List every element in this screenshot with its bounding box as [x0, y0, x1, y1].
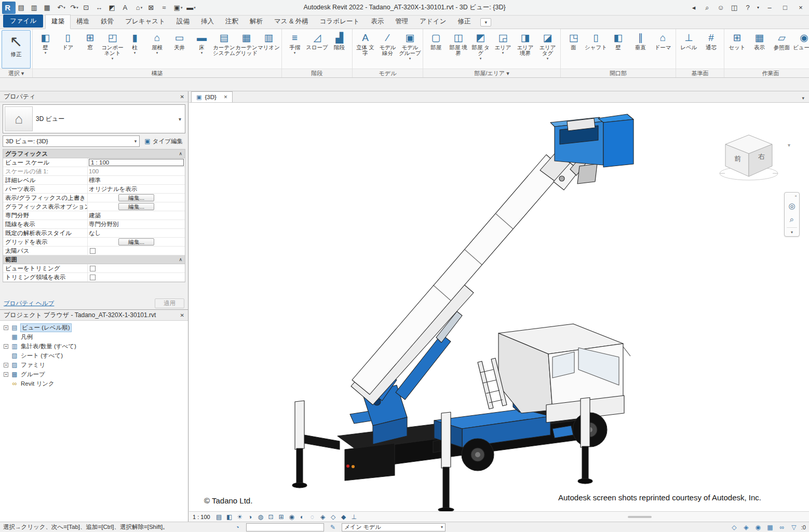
property-value[interactable]: ∧	[178, 149, 185, 158]
property-row[interactable]: ビューをトリミング ∧	[3, 264, 185, 273]
type-selector[interactable]: ⌂ 3D ビュー ▾	[3, 104, 185, 133]
view-tab-list-caret-icon[interactable]: ▾	[797, 96, 809, 102]
ribbon-tool[interactable]: ◫ 部屋 境界 ▾	[447, 30, 469, 69]
collapse-icon[interactable]: ◂	[687, 2, 700, 13]
close-view-icon[interactable]: ✕	[224, 94, 228, 100]
ribbon-tab[interactable]: ファイル	[3, 15, 43, 28]
view-control-icon[interactable]: ◇	[329, 512, 338, 521]
ribbon-tool[interactable]: ◿ スロープ ▾	[306, 30, 328, 69]
ribbon-tab[interactable]: 鉄骨	[95, 15, 119, 29]
qat-icon[interactable]: ↷ ▾	[68, 2, 80, 13]
ribbon-tab[interactable]: アドイン	[414, 15, 452, 29]
properties-header[interactable]: プロパティ ✕	[0, 91, 188, 102]
ribbon-tool[interactable]: ▤ カーテン システム ▾	[213, 30, 235, 69]
search-icon[interactable]: ⌕	[701, 2, 713, 13]
exclude-options-icon[interactable]: ◇	[730, 523, 739, 531]
qat-icon[interactable]: ▤ ▾	[16, 2, 29, 13]
view-cube[interactable]: 前 右	[719, 129, 786, 185]
design-option-box[interactable]	[246, 523, 324, 531]
edit-type-button[interactable]: ▣ タイプ編集	[142, 135, 185, 147]
ribbon-tool[interactable]: ▢ 部屋 ▾	[425, 30, 447, 69]
ribbon-tool[interactable]: ⊥ レベル ▾	[678, 30, 700, 69]
ribbon-tab[interactable]: 設備	[171, 15, 195, 29]
qat-icon[interactable]: ◩ ▾	[107, 2, 119, 13]
expand-icon[interactable]: +	[4, 363, 8, 367]
qat-icon[interactable]: ▥ ▾	[29, 2, 42, 13]
ribbon-tool[interactable]: ▭ 天井 ▾	[168, 30, 191, 69]
view-control-icon[interactable]: ☀	[235, 512, 245, 521]
help-caret-icon[interactable]: ▾	[755, 2, 761, 13]
pin-icon[interactable]: ◉	[753, 523, 763, 531]
property-row[interactable]: 既定の解析表示スタイル なし ∧	[3, 229, 185, 238]
collapse-chevron-icon[interactable]: ∧	[179, 257, 184, 262]
property-value[interactable]: ∧	[178, 255, 185, 264]
worksharing-status-icon[interactable]: ◔	[233, 523, 242, 531]
property-row[interactable]: 専門分野 建築 ∧	[3, 211, 185, 220]
view-control-icon[interactable]: ◑	[246, 512, 255, 521]
expand-icon[interactable]: +	[4, 344, 8, 349]
ribbon-tool[interactable]: ▦ カーテン グリッド ▾	[235, 30, 258, 69]
tree-item[interactable]: + ∞ Revit リンク	[0, 379, 188, 388]
ribbon-tool[interactable]: ▬ 床 ▾	[191, 30, 213, 69]
ribbon-tool[interactable]: ◧ 壁 ▾	[34, 30, 57, 69]
ribbon-tab[interactable]: プレキャスト	[119, 15, 171, 29]
property-value[interactable]: ∧	[88, 247, 185, 255]
collapse-chevron-icon[interactable]: ∧	[179, 151, 184, 156]
maximize-button[interactable]: □	[778, 2, 792, 14]
property-value[interactable]: なし ∧	[88, 229, 185, 237]
property-row[interactable]: ビュー スケール 1 : 100 ∧	[3, 158, 185, 167]
property-row[interactable]: 表示/グラフィックスの上書き 編集... ∧	[3, 194, 185, 202]
property-row[interactable]: 詳細レベル 標準 ∧	[3, 176, 185, 185]
ribbon-tool[interactable]: ▟ 階段 ▾	[328, 30, 350, 69]
qat-icon[interactable]: ↶ ▾	[55, 2, 68, 13]
checkbox[interactable]	[90, 248, 96, 254]
checkbox[interactable]	[90, 275, 96, 280]
qat-icon[interactable]: ▬ ▾	[185, 2, 197, 13]
panel-label-stairs[interactable]: 階段	[282, 69, 352, 77]
ribbon-tool[interactable]: ▱ 参照面 ▾	[771, 30, 793, 69]
property-value[interactable]: 1 : 100 ∧	[88, 158, 185, 167]
qat-icon[interactable]: ▣ ▾	[172, 2, 184, 13]
tree-item[interactable]: + ▦ 凡例	[0, 332, 188, 342]
view-control-icon[interactable]: ◈	[318, 512, 328, 521]
active-model-select[interactable]: メイン モデル ▾	[342, 523, 446, 531]
ribbon-tool[interactable]: ◩ 部屋 タグ ▾	[469, 30, 492, 69]
panel-label-room-area[interactable]: 部屋/エリア ▾	[423, 69, 560, 77]
ribbon-tool[interactable]: ◧ 壁 ▾	[607, 30, 629, 69]
ribbon-tab[interactable]: マス & 外構	[268, 15, 314, 29]
ribbon-tab[interactable]: 建築	[45, 15, 71, 29]
3d-model-tadano-truck[interactable]	[189, 103, 809, 511]
ribbon-tool[interactable]: ◨ エリア 境界 ▾	[514, 30, 536, 69]
tree-item[interactable]: + ▥ 集計表/数量 (すべて)	[0, 342, 188, 351]
ribbon-tool[interactable]: # 通芯 ▾	[700, 30, 722, 69]
ribbon-tool[interactable]: ▮ 柱 ▾	[124, 30, 146, 69]
property-row[interactable]: トリミング領域を表示 ∧	[3, 273, 185, 282]
ribbon-tab[interactable]: 管理	[389, 15, 414, 29]
apply-button[interactable]: 適用	[155, 298, 184, 308]
tree-item[interactable]: + ▧ シート (すべて)	[0, 351, 188, 360]
property-value[interactable]: ∧	[88, 264, 185, 272]
panel-label-model[interactable]: モデル	[353, 69, 423, 77]
3d-viewport[interactable]: 前 右 ▾ × ◎ ⌕ ▾ © Tadano Ltd. Autodesk scr…	[189, 103, 809, 511]
ribbon-tab[interactable]: コラボレート	[314, 15, 365, 29]
ribbon-tab[interactable]: 構造	[71, 15, 95, 29]
property-value[interactable]: 編集... ∧	[88, 202, 185, 211]
view-select-dropdown[interactable]: 3D ビュー: {3D} ▾	[3, 135, 140, 147]
property-value[interactable]: オリジナルを表示 ∧	[88, 185, 185, 193]
ribbon-tool[interactable]: ◲ エリア ▾	[492, 30, 514, 69]
ribbon-tool[interactable]: ∕ モデル 線分 ▾	[376, 30, 399, 69]
ribbon-tool[interactable]: ◪ エリア タグ ▾	[536, 30, 559, 69]
view-scale-button[interactable]: 1 : 100	[192, 514, 213, 520]
property-row[interactable]: 太陽パス ∧	[3, 247, 185, 255]
close-icon[interactable]: ✕	[180, 312, 184, 318]
app-store-icon[interactable]: ◫	[728, 2, 740, 13]
view-control-icon[interactable]: ◉	[287, 512, 296, 521]
qat-icon[interactable]: ≈ ▾	[159, 2, 171, 13]
tree-item[interactable]: + ▨ ファミリ	[0, 360, 188, 370]
view-control-icon[interactable]: ◌	[308, 512, 317, 521]
panel-label-select[interactable]: 選択 ▾	[0, 69, 32, 77]
zoom-icon[interactable]: ⌕	[786, 214, 798, 225]
navbar-close-icon[interactable]: ×	[792, 194, 799, 198]
ribbon-tool[interactable]: ⌂ ドーマ ▾	[652, 30, 674, 69]
ribbon-tool[interactable]: A 立体 文字 ▾	[354, 30, 376, 69]
